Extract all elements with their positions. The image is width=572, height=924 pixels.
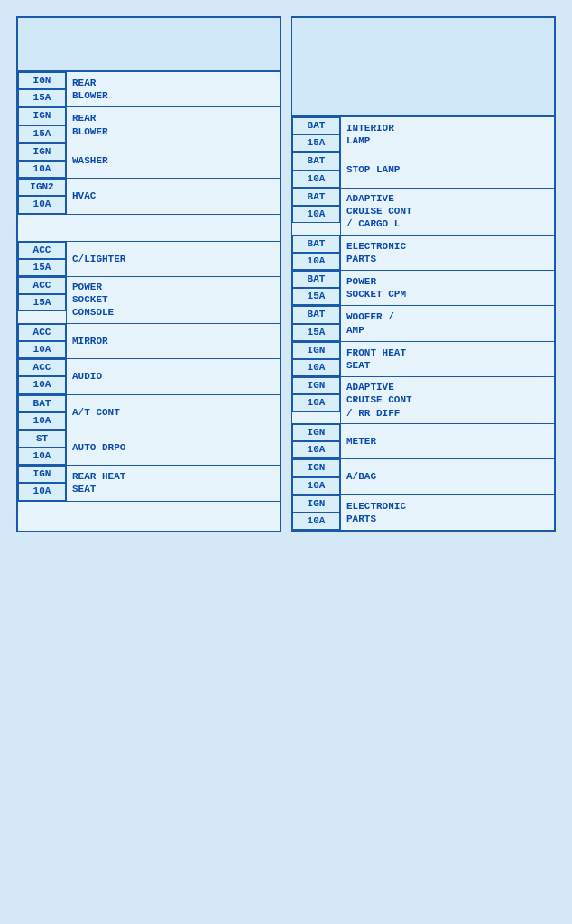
fuse-code: 10A [292, 253, 340, 270]
fuse-label: METER [341, 424, 554, 458]
fuse-code: 15A [292, 288, 340, 305]
fuse-code: BAT [292, 117, 340, 134]
fuse-row: IGN10AMETER [292, 424, 554, 459]
fuse-codes: ACC15A [18, 277, 67, 323]
fuse-codes: ACC15A [18, 242, 67, 276]
fuse-codes: BAT10A [292, 236, 341, 270]
fuse-label: POWER SOCKET CONSOLE [67, 277, 280, 323]
fuse-label: ADAPTIVE CRUISE CONT / CARGO L [341, 189, 554, 235]
fuse-label: WOOFER / AMP [341, 306, 554, 340]
fuse-code: 15A [292, 324, 340, 341]
fuse-code: 10A [292, 206, 340, 223]
fuse-codes: IGN210A [18, 179, 67, 213]
fuse-code: ACC [18, 324, 66, 341]
fuse-code: IGN [292, 342, 340, 359]
fuse-row: IGN10AFRONT HEAT SEAT [292, 342, 554, 377]
fuse-row: IGN15AREAR BLOWER [18, 107, 280, 143]
fuse-row: ACC15APOWER SOCKET CONSOLE [18, 277, 280, 324]
fuse-code: BAT [292, 152, 340, 170]
fuse-code: 15A [292, 134, 340, 152]
fuse-code: BAT [292, 189, 340, 206]
fuse-label: AUDIO [67, 359, 280, 393]
fuse-code: IGN [18, 466, 66, 483]
fuse-codes: IGN15A [18, 107, 67, 142]
fuse-code: 10A [292, 171, 340, 188]
fuse-code: 15A [18, 259, 66, 276]
fuse-code: 15A [18, 125, 66, 143]
fuse-row: IGN15AREAR BLOWER [18, 72, 280, 107]
fuse-code: IGN2 [18, 179, 66, 196]
fuse-code: 10A [18, 341, 66, 358]
fuse-label: ADAPTIVE CRUISE CONT / RR DIFF [341, 377, 554, 423]
fuse-code: 10A [18, 448, 66, 465]
fuse-label: FRONT HEAT SEAT [341, 342, 554, 376]
fuse-codes: IGN10A [292, 342, 341, 376]
fuse-code: 10A [292, 441, 340, 458]
fuse-row: BAT10AELECTRONIC PARTS [292, 236, 554, 271]
fuse-code: BAT [292, 236, 340, 253]
fuse-codes: BAT15A [292, 306, 341, 340]
fuse-code: IGN [18, 72, 66, 89]
fuse-code: IGN [292, 495, 340, 513]
fuse-label: MIRROR [67, 324, 280, 358]
fuse-label: ELECTRONIC PARTS [341, 495, 554, 530]
fuse-row: IGN10AADAPTIVE CRUISE CONT / RR DIFF [292, 377, 554, 424]
fuse-label: A/T CONT [67, 395, 280, 430]
fuse-code: IGN [292, 424, 340, 441]
fuse-codes: BAT15A [292, 117, 341, 152]
fuse-code: 10A [292, 394, 340, 411]
fuse-code: 10A [18, 412, 66, 430]
fuse-row: IGN10AWASHER [18, 143, 280, 179]
fuse-row: BAT10AADAPTIVE CRUISE CONT / CARGO L [292, 189, 554, 236]
fuse-codes: ST10A [18, 430, 67, 465]
fuse-row: BAT15AWOOFER / AMP [292, 306, 554, 341]
right-panel: BAT15AINTERIOR LAMPBAT10ASTOP LAMPBAT10A… [291, 16, 556, 532]
left-panel-header [18, 18, 280, 72]
fuse-label: ELECTRONIC PARTS [341, 236, 554, 270]
fuse-code: IGN [292, 459, 340, 476]
fuse-label: AUTO DRPO [67, 430, 280, 465]
fuse-code: 10A [18, 161, 66, 178]
fuse-code: 15A [18, 89, 66, 106]
fuse-code: 10A [292, 359, 340, 376]
fuse-label: REAR BLOWER [67, 107, 280, 142]
fuse-code: BAT [18, 395, 66, 412]
fuse-label: HVAC [67, 179, 280, 213]
spacer-row [18, 215, 280, 242]
fuse-codes: IGN10A [292, 377, 341, 423]
fuse-row: BAT10AA/T CONT [18, 395, 280, 430]
fuse-row: BAT10ASTOP LAMP [292, 152, 554, 188]
fuse-code: 10A [18, 196, 66, 213]
fuse-code: ST [18, 430, 66, 448]
fuse-label: INTERIOR LAMP [341, 117, 554, 152]
fuse-codes: IGN15A [18, 72, 67, 106]
fuse-row: IGN10AREAR HEAT SEAT [18, 466, 280, 501]
fuse-row: ACC10AMIRROR [18, 324, 280, 359]
fuse-code: 10A [18, 376, 66, 393]
fuse-row: BAT15AINTERIOR LAMP [292, 117, 554, 152]
fuse-code: ACC [18, 277, 66, 294]
fuse-row: IGN210AHVAC [18, 179, 280, 214]
fuse-row: IGN10AA/BAG [292, 459, 554, 494]
fuse-label: REAR HEAT SEAT [67, 466, 280, 500]
fuse-code: IGN [292, 377, 340, 394]
fuse-label: A/BAG [341, 459, 554, 494]
fuse-code: 10A [292, 513, 340, 530]
right-panel-header [292, 18, 554, 117]
fuse-row: ST10AAUTO DRPO [18, 430, 280, 466]
fuse-diagram: IGN15AREAR BLOWERIGN15AREAR BLOWERIGN10A… [9, 9, 563, 540]
fuse-codes: ACC10A [18, 324, 67, 358]
fuse-row: BAT15APOWER SOCKET CPM [292, 271, 554, 306]
fuse-code: IGN [18, 107, 66, 125]
fuse-codes: BAT10A [292, 152, 341, 187]
fuse-label: WASHER [67, 143, 280, 178]
fuse-row: ACC15AC/LIGHTER [18, 242, 280, 277]
fuse-codes: IGN10A [292, 424, 341, 458]
fuse-codes: IGN10A [292, 495, 341, 530]
fuse-code: IGN [18, 143, 66, 161]
fuse-row: ACC10AAUDIO [18, 359, 280, 394]
fuse-code: 15A [18, 294, 66, 311]
fuse-label: C/LIGHTER [67, 242, 280, 276]
fuse-label: STOP LAMP [341, 152, 554, 187]
fuse-code: BAT [292, 306, 340, 323]
